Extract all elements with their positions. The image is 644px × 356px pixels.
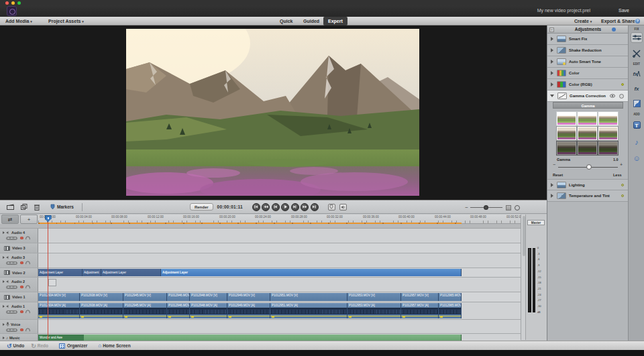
track-content-audio3[interactable] xyxy=(38,253,521,268)
track-content-audio1[interactable]: P1012934.MOV [A] P1012938.MOV [A] P10129… xyxy=(38,302,521,319)
timeline-clip[interactable]: P1012953.MOV [V] xyxy=(347,293,401,302)
add-marker-button[interactable] xyxy=(328,204,335,211)
timeline-clip[interactable]: P1012951.MOV [V] xyxy=(270,293,347,302)
timeline-clip[interactable]: P1012957.MOV [V] xyxy=(401,293,439,302)
gamma-preset-thumb[interactable] xyxy=(557,112,576,125)
expand-arrow-icon[interactable] xyxy=(551,71,553,75)
volume-pill[interactable] xyxy=(6,237,17,240)
timeline-options-icon[interactable] xyxy=(515,205,520,211)
expand-arrow-icon[interactable] xyxy=(550,95,554,97)
collapse-arrow-icon[interactable] xyxy=(3,323,5,326)
collapse-arrow-icon[interactable] xyxy=(3,337,5,339)
gamma-preset-thumb[interactable] xyxy=(598,141,618,155)
zoom-slider-thumb[interactable] xyxy=(484,205,488,210)
titles-icon[interactable]: T xyxy=(631,119,643,130)
timeline-clip[interactable]: Adjustment Layer xyxy=(101,269,161,277)
tab-quick[interactable]: Quick xyxy=(275,17,297,25)
video-preview[interactable] xyxy=(126,29,419,196)
volume-pill[interactable] xyxy=(6,286,17,289)
collapse-arrow-icon[interactable] xyxy=(3,280,5,283)
expand-arrow-icon[interactable] xyxy=(551,183,553,187)
organizer-button[interactable]: Organizer xyxy=(59,343,87,349)
save-button[interactable]: Save xyxy=(619,8,629,13)
gamma-preset-thumb[interactable] xyxy=(578,112,597,125)
previous-edit-button[interactable] xyxy=(252,203,260,211)
track-header-audio3[interactable]: Audio 3 xyxy=(0,253,38,268)
expand-arrow-icon[interactable] xyxy=(551,48,553,52)
timeline-clip[interactable]: P1012948.MOV [V] xyxy=(190,293,227,302)
help-icon[interactable]: ? xyxy=(635,19,640,23)
track-header-audio2[interactable]: Audio 2 xyxy=(0,278,38,292)
gamma-preset-thumb[interactable] xyxy=(578,141,597,155)
timeline-clip[interactable]: Adjustment Layer xyxy=(38,269,83,277)
step-forward-button[interactable] xyxy=(291,203,299,211)
adjustment-item-lighting[interactable]: Lighting xyxy=(547,179,629,190)
collapse-arrow-icon[interactable] xyxy=(3,305,5,308)
zoom-out-button[interactable]: − xyxy=(465,204,468,211)
timeline-audio-clip[interactable]: P1012957.MOV [A] xyxy=(401,303,439,319)
timeline-clip-selected[interactable]: Adjustment Layer xyxy=(161,269,462,277)
volume-pill[interactable] xyxy=(6,329,17,332)
tools-icon[interactable] xyxy=(631,48,643,59)
trash-icon[interactable] xyxy=(34,204,40,211)
clapboard-icon[interactable] xyxy=(7,204,14,210)
timeline-scrollbar[interactable] xyxy=(521,215,526,340)
tab-expert[interactable]: Expert xyxy=(323,17,347,25)
play-button[interactable] xyxy=(281,203,289,211)
tab-guided[interactable]: Guided xyxy=(299,17,324,25)
expand-arrow-icon[interactable] xyxy=(551,194,553,198)
add-media-menu[interactable]: Add Media ▾ xyxy=(5,19,32,23)
track-header-audio4[interactable]: Audio 4 xyxy=(0,229,38,243)
timeline-clip[interactable]: P1012965.MOV [V] xyxy=(439,293,462,302)
timeline-audio-clip[interactable]: P1012945.MOV [A] xyxy=(123,303,167,319)
timeline-audio-clip[interactable]: P1012948.MOV [A] xyxy=(190,303,227,319)
track-header-video1[interactable]: Video 1 xyxy=(0,292,38,302)
adjustment-item-color-rgb[interactable]: Color (RGB) xyxy=(547,79,629,91)
record-dot-icon[interactable] xyxy=(20,261,23,265)
headphones-icon[interactable] xyxy=(25,310,30,314)
slider-thumb[interactable] xyxy=(586,164,592,170)
track-content-audio2[interactable] xyxy=(38,278,521,292)
add-tool-button[interactable]: + xyxy=(20,215,38,224)
timeline-audio-clip[interactable]: P1012938.MOV [A] xyxy=(80,303,123,319)
record-dot-icon[interactable] xyxy=(20,286,23,289)
adjustment-item-color[interactable]: Color xyxy=(547,68,629,79)
slider-plus[interactable]: + xyxy=(620,162,623,167)
export-share-button[interactable]: Export & Share xyxy=(601,19,635,23)
music-clip[interactable]: Wonder and Awe xyxy=(38,335,462,341)
record-dot-icon[interactable] xyxy=(20,329,23,332)
panel-collapse-button[interactable]: − xyxy=(549,27,554,32)
volume-pill[interactable] xyxy=(6,261,17,265)
home-screen-button[interactable]: ⌂ Home Screen xyxy=(98,343,130,349)
headphones-icon[interactable] xyxy=(25,285,30,289)
headphones-icon[interactable] xyxy=(25,261,30,265)
zoom-window-button[interactable] xyxy=(17,1,21,5)
expand-arrow-icon[interactable] xyxy=(551,37,553,41)
track-header-video2[interactable]: Video 2 xyxy=(0,268,38,277)
effects-pen-icon[interactable]: fx xyxy=(631,68,643,79)
collapse-arrow-icon[interactable] xyxy=(3,231,5,234)
step-back-button[interactable] xyxy=(272,203,280,211)
track-size-icon[interactable] xyxy=(506,205,511,211)
selection-tool-button[interactable]: ⇄ xyxy=(1,215,19,224)
track-content-audio4[interactable] xyxy=(38,229,521,243)
gamma-preset-thumb[interactable] xyxy=(598,112,618,125)
adjustment-item-gamma-correction[interactable]: Gamma Correction xyxy=(547,91,629,102)
timeline-clip[interactable]: P1012946.MOV xyxy=(167,293,190,302)
track-header-audio1[interactable]: Audio 1 xyxy=(0,302,38,319)
track-content-voice[interactable] xyxy=(38,320,521,333)
timeline-audio-clip[interactable]: P1012953.MOV [A] xyxy=(347,303,401,319)
transitions-icon[interactable] xyxy=(631,98,643,109)
fast-forward-button[interactable] xyxy=(301,203,309,211)
track-content-video2[interactable]: Adjustment Layer Adjustment Adjustment L… xyxy=(38,268,521,277)
gamma-preset-thumb[interactable] xyxy=(557,141,576,155)
reset-icon[interactable] xyxy=(619,94,624,99)
music-icon[interactable]: ♪ xyxy=(631,137,643,147)
close-window-button[interactable] xyxy=(5,1,9,5)
render-button[interactable]: Render xyxy=(190,203,213,211)
gamma-preset-thumb[interactable] xyxy=(557,127,576,140)
volume-pill[interactable] xyxy=(6,310,17,314)
clip-fragment[interactable] xyxy=(48,279,56,286)
expand-arrow-icon[interactable] xyxy=(551,60,553,64)
redo-button[interactable]: ↻ Redo xyxy=(31,343,48,349)
